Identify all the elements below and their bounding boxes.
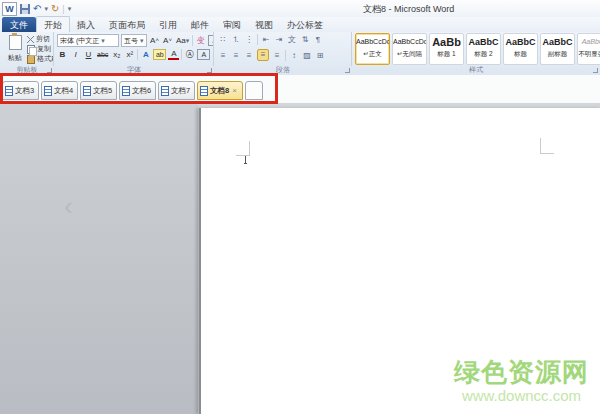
font-color-button[interactable]: A <box>168 49 179 60</box>
style-subtitle[interactable]: AaBbC 副标题 <box>540 33 575 65</box>
change-case-button[interactable]: Aa▾ <box>175 35 190 46</box>
label-text: 剪贴板 <box>17 66 38 73</box>
style-subtle-emphasis[interactable]: AaBbCc 不明显强调 <box>577 33 600 65</box>
doc-tab-3[interactable]: 文档3 <box>2 81 39 100</box>
doc-tab-6[interactable]: 文档6 <box>119 81 156 100</box>
canvas-background: ‹ <box>0 103 198 414</box>
tab-references[interactable]: 引用 <box>152 17 184 32</box>
redo-icon[interactable]: ↻ <box>51 3 59 15</box>
ribbon: 粘贴 ▾ 剪切 复制 格式刷 <box>0 32 600 76</box>
new-tab-stub[interactable] <box>245 81 263 100</box>
doc-tab-7[interactable]: 文档7 <box>158 81 195 100</box>
superscript-button[interactable]: x² <box>124 49 135 60</box>
character-shading-button[interactable]: A <box>197 49 210 60</box>
tab-mailings[interactable]: 邮件 <box>184 17 216 32</box>
distribute-button[interactable]: ≡ <box>272 50 282 61</box>
paragraph-row-1: ∷ ⒈ ⋮ ⇤ ⇥ 文 ⇅ ¶ <box>218 34 323 45</box>
qat-customize-icon[interactable]: ▾ <box>68 5 72 13</box>
bold-button[interactable]: B <box>57 49 68 60</box>
word-doc-icon <box>200 86 208 96</box>
shading-button[interactable]: ▨ <box>302 50 312 61</box>
style-no-spacing[interactable]: AaBbCcDd ↵无间隔 <box>392 33 427 65</box>
highlight-color-button[interactable]: ab <box>153 49 166 60</box>
dialog-launcher-icon[interactable] <box>207 68 212 73</box>
style-name: ↵正文 <box>356 49 389 58</box>
tab-view[interactable]: 视图 <box>248 17 280 32</box>
shrink-caret: ˅ <box>168 37 172 43</box>
margin-mark-top-left <box>236 141 250 156</box>
subscript-button[interactable]: x₂ <box>111 49 122 60</box>
font-size-combo[interactable]: 五号 ▾ <box>121 34 147 47</box>
show-marks-button[interactable]: ¶ <box>313 34 323 45</box>
clipboard-icon <box>9 35 22 50</box>
case-dropdown-icon: ▾ <box>186 37 190 44</box>
cut-button[interactable]: 剪切 <box>27 34 54 44</box>
style-preview: AaBbC <box>467 34 500 49</box>
font-group-label: 字体 <box>54 66 214 75</box>
tab-home[interactable]: 开始 <box>36 16 70 32</box>
undo-dropdown-icon[interactable]: ▾ <box>44 5 48 13</box>
separator <box>257 34 258 45</box>
undo-icon[interactable]: ↶ <box>33 3 41 15</box>
align-center-button[interactable]: ≡ <box>231 50 241 61</box>
asian-layout-button[interactable]: 文 <box>287 34 297 45</box>
copy-button[interactable]: 复制 <box>27 44 54 54</box>
dialog-launcher-icon[interactable] <box>47 68 52 73</box>
close-tab-icon[interactable]: × <box>232 86 237 95</box>
group-labels-row: 剪贴板 字体 段落 样式 <box>0 66 600 75</box>
bullets-button[interactable]: ∷ <box>218 34 228 45</box>
grow-font-button[interactable]: A˄ <box>149 35 160 46</box>
style-title[interactable]: AaBbC 标题 <box>503 33 538 65</box>
style-preview: AaBbC <box>504 34 537 49</box>
sort-button[interactable]: ⇅ <box>300 34 310 45</box>
tab-insert[interactable]: 插入 <box>70 17 102 32</box>
dialog-launcher-icon[interactable] <box>593 68 598 73</box>
justify-button[interactable]: ≡ <box>257 49 269 61</box>
grow-caret: ˄ <box>155 37 159 43</box>
ribbon-groups: 粘贴 ▾ 剪切 复制 格式刷 <box>0 32 600 66</box>
word-logo-icon[interactable]: W <box>2 2 17 16</box>
paste-button[interactable]: 粘贴 ▾ <box>3 33 27 66</box>
text-effects-button[interactable]: A <box>140 49 151 60</box>
separator <box>137 49 138 60</box>
decrease-indent-button[interactable]: ⇤ <box>261 34 271 45</box>
style-preview: AaBbCcDd <box>393 34 426 49</box>
qat-separator: | <box>62 4 64 14</box>
align-left-button[interactable]: ≡ <box>218 50 228 61</box>
doc-tab-label: 文档5 <box>93 86 112 96</box>
strikethrough-button[interactable]: abc <box>96 49 109 60</box>
tab-page-layout[interactable]: 页面布局 <box>102 17 152 32</box>
shrink-font-button[interactable]: A˅ <box>162 35 173 46</box>
chevron-left-icon[interactable]: ‹ <box>64 191 73 222</box>
dialog-launcher-icon[interactable] <box>345 68 350 73</box>
font-name-combo[interactable]: 宋体 (中文正 ▾ <box>57 34 119 47</box>
phonetic-guide-button[interactable]: 变 <box>195 35 206 46</box>
numbering-button[interactable]: ⒈ <box>231 34 241 45</box>
underline-button[interactable]: U <box>83 49 94 60</box>
doc-tab-label: 文档8 <box>210 86 229 96</box>
paragraph-row-2: ≡ ≡ ≡ ≡ ≡ ↕ ▨ ⊞ <box>218 49 325 61</box>
style-preview: AaBbC <box>541 34 574 49</box>
doc-tab-5[interactable]: 文档5 <box>80 81 117 100</box>
enclose-characters-button[interactable]: Ⓐ <box>184 49 195 60</box>
borders-button[interactable]: ⊞ <box>315 50 325 61</box>
tab-office-tab[interactable]: 办公标签 <box>280 17 330 32</box>
tab-review[interactable]: 审阅 <box>216 17 248 32</box>
align-right-button[interactable]: ≡ <box>244 50 254 61</box>
increase-indent-button[interactable]: ⇥ <box>274 34 284 45</box>
format-painter-label: 格式刷 <box>37 54 54 64</box>
line-spacing-button[interactable]: ↕ <box>289 50 299 61</box>
margin-mark-top-right <box>540 138 554 154</box>
group-paragraph: ∷ ⒈ ⋮ ⇤ ⇥ 文 ⇅ ¶ ≡ ≡ ≡ ≡ ≡ ↕ <box>214 32 352 66</box>
doc-tab-4[interactable]: 文档4 <box>41 81 78 100</box>
multilevel-list-button[interactable]: ⋮ <box>244 34 254 45</box>
doc-tab-8-active[interactable]: 文档8 × <box>197 81 243 100</box>
italic-button[interactable]: I <box>70 49 81 60</box>
format-painter-button[interactable]: 格式刷 <box>27 54 54 64</box>
style-normal[interactable]: AaBbCcDd ↵正文 <box>355 33 390 65</box>
tab-file[interactable]: 文件 <box>2 17 36 32</box>
paste-label: 粘贴 <box>4 54 26 61</box>
style-heading-1[interactable]: AaBb 标题 1 <box>429 33 464 65</box>
style-heading-2[interactable]: AaBbC 标题 2 <box>466 33 501 65</box>
save-icon[interactable] <box>20 0 30 18</box>
